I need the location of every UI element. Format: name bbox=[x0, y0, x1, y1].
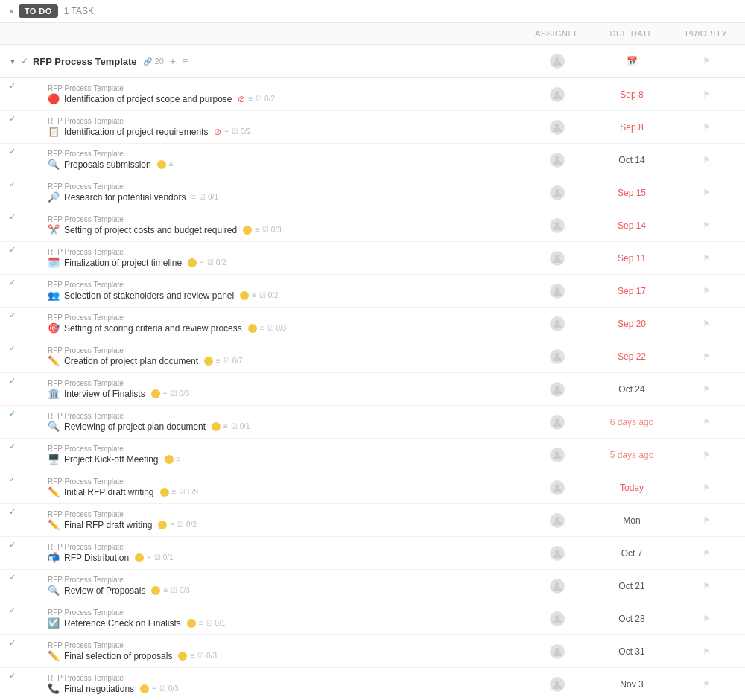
collapse-icon[interactable]: ● bbox=[9, 7, 14, 16]
priority-flag[interactable]: ⚑ bbox=[703, 646, 711, 657]
duedate-cell[interactable]: Oct 7 bbox=[587, 545, 676, 561]
task-check[interactable]: ✓ bbox=[9, 605, 16, 615]
priority-flag[interactable]: ⚑ bbox=[703, 89, 711, 100]
task-check[interactable]: ✓ bbox=[9, 343, 16, 353]
menu-icon[interactable]: ≡ bbox=[224, 422, 228, 430]
task-check[interactable]: ✓ bbox=[9, 573, 16, 582]
priority-flag[interactable]: ⚑ bbox=[703, 351, 711, 362]
task-check[interactable]: ✓ bbox=[9, 442, 16, 451]
avatar[interactable] bbox=[550, 120, 565, 135]
avatar[interactable] bbox=[550, 415, 565, 430]
avatar[interactable] bbox=[550, 316, 565, 331]
avatar[interactable] bbox=[550, 349, 565, 364]
avatar[interactable] bbox=[550, 677, 565, 692]
priority-flag[interactable]: ⚑ bbox=[703, 122, 711, 133]
task-check[interactable]: ✓ bbox=[9, 179, 16, 189]
priority-flag[interactable]: ⚑ bbox=[703, 220, 711, 231]
avatar[interactable] bbox=[550, 611, 565, 626]
duedate-cell[interactable]: Sep 8 bbox=[587, 86, 676, 103]
priority-flag[interactable]: ⚑ bbox=[703, 483, 711, 493]
priority-flag[interactable]: ⚑ bbox=[703, 614, 711, 624]
task-check[interactable]: ✓ bbox=[9, 540, 16, 550]
duedate-cell[interactable]: Sep 20 bbox=[587, 316, 676, 332]
task-check[interactable]: ✓ bbox=[9, 376, 16, 386]
task-check[interactable]: ✓ bbox=[9, 81, 16, 91]
priority-flag[interactable]: ⚑ bbox=[703, 319, 711, 329]
priority-flag[interactable]: ⚑ bbox=[703, 253, 711, 264]
menu-icon[interactable]: ≡ bbox=[248, 95, 253, 103]
priority-flag[interactable]: ⚑ bbox=[703, 450, 711, 460]
avatar[interactable] bbox=[550, 513, 565, 528]
task-check[interactable]: ✓ bbox=[9, 638, 16, 648]
menu-icon[interactable]: ≡ bbox=[260, 324, 264, 332]
menu-icon[interactable]: ≡ bbox=[252, 291, 256, 299]
menu-icon[interactable]: ≡ bbox=[224, 127, 229, 136]
avatar[interactable] bbox=[550, 251, 565, 266]
menu-icon[interactable]: ≡ bbox=[147, 553, 151, 561]
priority-flag[interactable]: ⚑ bbox=[703, 679, 711, 690]
task-check[interactable]: ✓ bbox=[9, 212, 16, 222]
menu-icon[interactable]: ≡ bbox=[169, 160, 174, 168]
priority-flag[interactable]: ⚑ bbox=[703, 384, 711, 395]
group-menu-button[interactable]: ≡ bbox=[182, 55, 188, 67]
menu-icon[interactable]: ≡ bbox=[177, 455, 181, 463]
duedate-cell[interactable]: 6 days ago bbox=[587, 414, 676, 430]
duedate-cell[interactable]: Sep 11 bbox=[587, 250, 676, 267]
menu-icon[interactable]: ≡ bbox=[163, 586, 168, 594]
task-check[interactable]: ✓ bbox=[9, 409, 16, 419]
menu-icon[interactable]: ≡ bbox=[216, 357, 221, 365]
duedate-cell[interactable]: Oct 14 bbox=[587, 152, 676, 168]
group-add-button[interactable]: + bbox=[170, 55, 176, 67]
duedate-cell[interactable]: Sep 22 bbox=[587, 349, 676, 365]
avatar[interactable] bbox=[550, 579, 565, 594]
task-check[interactable]: ✓ bbox=[9, 245, 16, 255]
duedate-cell[interactable]: Mon bbox=[587, 512, 676, 529]
duedate-cell[interactable]: Sep 15 bbox=[587, 185, 676, 201]
priority-flag[interactable]: ⚑ bbox=[703, 155, 711, 165]
task-check[interactable]: ✓ bbox=[9, 114, 16, 124]
duedate-cell[interactable]: Oct 21 bbox=[587, 578, 676, 594]
avatar[interactable] bbox=[550, 382, 565, 397]
avatar[interactable] bbox=[550, 546, 565, 561]
avatar[interactable] bbox=[550, 153, 565, 168]
duedate-cell[interactable]: Today bbox=[587, 480, 676, 496]
duedate-cell[interactable]: Sep 14 bbox=[587, 217, 676, 234]
task-check[interactable]: ✓ bbox=[9, 671, 16, 681]
duedate-cell[interactable]: Sep 17 bbox=[587, 283, 676, 299]
menu-icon[interactable]: ≡ bbox=[172, 488, 177, 496]
avatar[interactable] bbox=[550, 218, 565, 233]
priority-flag[interactable]: ⚑ bbox=[703, 548, 711, 559]
avatar[interactable] bbox=[550, 480, 565, 495]
priority-flag[interactable]: ⚑ bbox=[703, 515, 711, 526]
task-check[interactable]: ✓ bbox=[9, 507, 16, 517]
duedate-cell[interactable]: 5 days ago bbox=[587, 447, 676, 463]
priority-flag[interactable]: ⚑ bbox=[703, 286, 711, 296]
menu-icon[interactable]: ≡ bbox=[255, 226, 259, 234]
group-avatar[interactable] bbox=[550, 54, 565, 69]
menu-icon[interactable]: ≡ bbox=[163, 389, 168, 398]
duedate-cell[interactable]: Nov 3 bbox=[587, 676, 676, 693]
task-check[interactable]: ✓ bbox=[9, 147, 16, 156]
duedate-cell[interactable]: Oct 24 bbox=[587, 381, 676, 398]
priority-flag[interactable]: ⚑ bbox=[703, 417, 711, 427]
avatar[interactable] bbox=[550, 185, 565, 200]
group-collapse-icon[interactable]: ▼ bbox=[9, 57, 16, 66]
priority-flag[interactable]: ⚑ bbox=[703, 188, 711, 198]
menu-icon[interactable]: ≡ bbox=[152, 684, 156, 693]
duedate-cell[interactable]: Sep 8 bbox=[587, 119, 676, 136]
menu-icon[interactable]: ≡ bbox=[191, 193, 196, 201]
menu-icon[interactable]: ≡ bbox=[199, 619, 203, 627]
task-check[interactable]: ✓ bbox=[9, 474, 16, 484]
task-check[interactable]: ✓ bbox=[9, 278, 16, 287]
avatar[interactable] bbox=[550, 644, 565, 659]
avatar[interactable] bbox=[550, 87, 565, 102]
task-check[interactable]: ✓ bbox=[9, 311, 16, 320]
duedate-cell[interactable]: Oct 28 bbox=[587, 611, 676, 627]
menu-icon[interactable]: ≡ bbox=[200, 258, 204, 267]
priority-flag[interactable]: ⚑ bbox=[703, 581, 711, 591]
menu-icon[interactable]: ≡ bbox=[190, 652, 194, 660]
duedate-cell[interactable]: Oct 31 bbox=[587, 643, 676, 660]
avatar[interactable] bbox=[550, 284, 565, 299]
menu-icon[interactable]: ≡ bbox=[170, 521, 174, 529]
avatar[interactable] bbox=[550, 448, 565, 462]
